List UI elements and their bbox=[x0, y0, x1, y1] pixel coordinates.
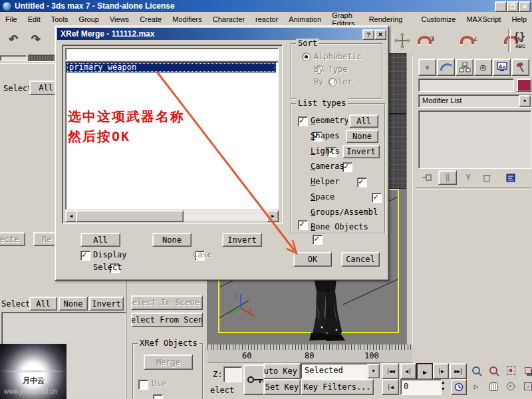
set-key-button[interactable]: Set Key bbox=[263, 379, 301, 395]
display-checkbox[interactable] bbox=[80, 251, 90, 261]
select-all-button[interactable]: All bbox=[29, 297, 57, 311]
select-invert-button[interactable]: Invert bbox=[89, 297, 124, 311]
geometry-checkbox[interactable] bbox=[298, 116, 308, 126]
angle-snap-icon[interactable]: ∠ bbox=[460, 36, 474, 46]
none-button[interactable]: None bbox=[152, 233, 192, 247]
name-filter-field[interactable] bbox=[65, 48, 279, 61]
auto-key-button[interactable]: Auto Key bbox=[263, 363, 301, 379]
menu-group[interactable]: Group bbox=[73, 15, 104, 23]
merge-button[interactable]: Merge bbox=[144, 354, 193, 370]
tab-display[interactable] bbox=[493, 59, 511, 76]
tab-utilities[interactable] bbox=[511, 59, 529, 76]
menu-file[interactable]: File bbox=[0, 15, 23, 23]
character-model[interactable] bbox=[297, 278, 352, 343]
partial-checkbox[interactable] bbox=[153, 394, 163, 399]
cancel-button[interactable]: Cancel bbox=[341, 252, 380, 267]
go-to-end-button[interactable]: ▶▶| bbox=[450, 363, 467, 379]
time-configuration-button[interactable] bbox=[451, 379, 467, 395]
zoom-all-button[interactable] bbox=[485, 363, 501, 378]
object-color-swatch[interactable] bbox=[517, 78, 531, 92]
modifier-list-dropdown[interactable]: Modifier List ▼ bbox=[418, 94, 531, 108]
menu-maxscript[interactable]: MAXScript bbox=[461, 15, 506, 23]
play-button[interactable]: ▶ bbox=[416, 363, 434, 380]
menu-edit[interactable]: Edit bbox=[23, 15, 46, 23]
zoom-extents-all-button[interactable] bbox=[520, 363, 532, 378]
tab-hierarchy[interactable] bbox=[456, 59, 473, 76]
named-selection-icon[interactable]: {} bbox=[513, 31, 525, 43]
groups-checkbox[interactable] bbox=[298, 220, 308, 230]
ok-button[interactable]: OK bbox=[293, 252, 332, 267]
prev-frame-button[interactable]: ◀| bbox=[400, 363, 416, 379]
key-mode-dropdown[interactable]: Selected ▼ bbox=[301, 363, 380, 379]
select-from-scene-button[interactable]: Select From Scene bbox=[131, 313, 203, 327]
menu-rendering[interactable]: Rendering bbox=[364, 15, 408, 23]
menu-reactor[interactable]: reactor bbox=[250, 15, 283, 23]
menu-character[interactable]: Character bbox=[207, 15, 250, 23]
pin-stack-button[interactable] bbox=[418, 172, 436, 184]
tab-motion[interactable]: ◎ bbox=[474, 59, 492, 76]
invert-button[interactable]: Invert bbox=[222, 233, 262, 247]
dialog-help-button[interactable]: ? bbox=[362, 29, 374, 40]
close-button[interactable]: ✕ bbox=[519, 1, 531, 12]
types-all-button[interactable]: All bbox=[349, 114, 378, 128]
current-frame-field[interactable]: 0 bbox=[400, 379, 442, 395]
field-of-view-button[interactable]: ▷ bbox=[468, 379, 484, 394]
snap-toggle-3d-icon[interactable]: 3 bbox=[418, 36, 432, 46]
space-checkbox[interactable] bbox=[372, 193, 382, 203]
show-end-result-button[interactable]: ‖ bbox=[438, 170, 457, 185]
dialog-close-button[interactable]: ✕ bbox=[374, 29, 386, 40]
make-unique-button[interactable]: Y bbox=[460, 172, 477, 184]
menu-create[interactable]: Create bbox=[134, 15, 167, 23]
undo-icon[interactable]: ↶ bbox=[8, 28, 19, 48]
pan-button[interactable] bbox=[485, 379, 501, 394]
partial-button-left[interactable]: ecte bbox=[0, 232, 25, 246]
minimize-button[interactable]: _ bbox=[495, 1, 507, 12]
frame-spinner[interactable]: ▲ ▼ bbox=[440, 379, 448, 394]
menu-customize[interactable]: Customize bbox=[416, 15, 461, 23]
menu-animation[interactable]: Animation bbox=[283, 15, 327, 23]
scroll-right-icon[interactable]: ▶ bbox=[267, 210, 279, 222]
spinner-up-icon[interactable]: ▲ bbox=[442, 380, 444, 385]
select-and-manipulate-icon[interactable] bbox=[394, 32, 411, 49]
key-mode-toggle-button[interactable]: |◀ bbox=[382, 379, 399, 395]
menu-views[interactable]: Views bbox=[104, 15, 134, 23]
types-invert-button[interactable]: Invert bbox=[342, 145, 380, 158]
zoom-button[interactable] bbox=[468, 363, 484, 378]
configure-modifier-sets-button[interactable] bbox=[502, 172, 519, 184]
modifier-stack-list[interactable] bbox=[418, 110, 531, 169]
next-frame-button[interactable]: |▶ bbox=[433, 363, 449, 379]
tab-modify[interactable] bbox=[437, 59, 455, 76]
menu-help[interactable]: Help bbox=[506, 15, 532, 23]
helper-checkbox[interactable] bbox=[357, 178, 367, 188]
abc-selection-icon[interactable]: ABC bbox=[515, 44, 525, 49]
go-to-start-button[interactable]: |◀◀ bbox=[382, 363, 399, 379]
redo-icon[interactable]: ↷ bbox=[31, 28, 41, 48]
maximize-button[interactable]: ❐ bbox=[507, 1, 519, 12]
sort-alphabetic-radio[interactable] bbox=[302, 53, 311, 61]
top-viewport-grid[interactable] bbox=[388, 53, 408, 189]
types-none-button[interactable]: None bbox=[346, 130, 378, 143]
z-field[interactable] bbox=[223, 366, 242, 382]
arc-rotate-button[interactable] bbox=[503, 379, 519, 394]
remove-modifier-button[interactable] bbox=[478, 172, 495, 184]
scrollbar-thumb[interactable] bbox=[76, 210, 184, 222]
zoom-extents-button[interactable] bbox=[503, 363, 519, 378]
spinner-down-icon[interactable]: ▼ bbox=[442, 386, 444, 392]
dialog-title-bar[interactable]: XRef Merge - 111112.max ? ✕ bbox=[57, 28, 386, 40]
min-max-toggle-button[interactable]: ↗ bbox=[520, 379, 532, 394]
horizontal-scrollbar[interactable]: ◀ ▶ bbox=[65, 210, 277, 221]
timeline-ruler[interactable]: 60 80 100 bbox=[207, 344, 412, 363]
bone-objects-checkbox[interactable] bbox=[313, 235, 323, 245]
all-button[interactable]: All bbox=[80, 233, 120, 247]
key-filters-button[interactable]: Key Filters... bbox=[301, 379, 374, 395]
menu-modifiers[interactable]: Modifiers bbox=[167, 15, 207, 23]
select-none-button[interactable]: None bbox=[59, 297, 88, 311]
object-name-field[interactable] bbox=[418, 78, 514, 92]
tab-create[interactable]: ✶ bbox=[418, 59, 436, 76]
list-item-selected[interactable]: primary weapon bbox=[66, 63, 276, 72]
key-mode-arrow-icon[interactable]: ▼ bbox=[367, 364, 380, 378]
select-in-scene-button[interactable]: Select In Scene bbox=[131, 295, 203, 310]
use-checkbox[interactable] bbox=[138, 380, 148, 390]
modifier-list-arrow-icon[interactable]: ▼ bbox=[519, 95, 531, 107]
menu-tools[interactable]: Tools bbox=[46, 15, 74, 23]
